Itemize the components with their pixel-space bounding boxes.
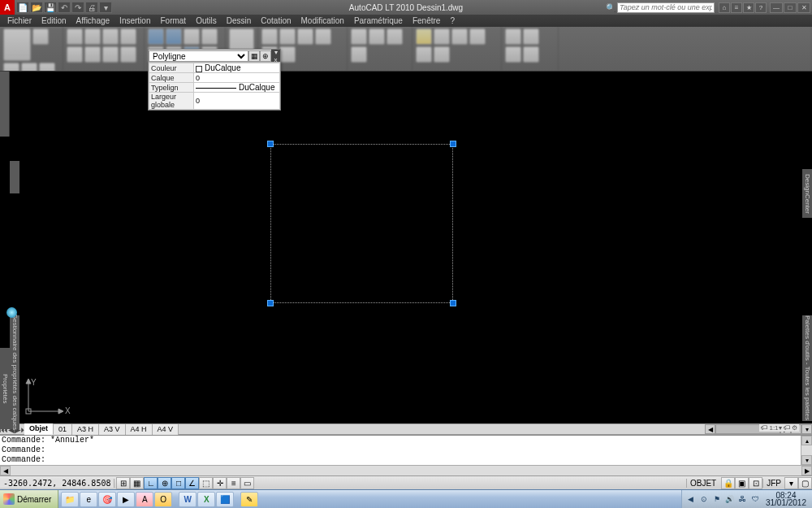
start-button[interactable]: Démarrer	[0, 490, 58, 508]
menu-fenetre[interactable]: Fenêtre	[408, 15, 445, 27]
qat-redo-icon[interactable]: ↷	[71, 2, 84, 13]
polar-toggle[interactable]: ⊕	[158, 477, 171, 489]
tab-a3v[interactable]: A3 V	[99, 424, 126, 435]
left-toolbar-strip[interactable]	[0, 72, 10, 137]
otrack-toggle[interactable]: ∠	[185, 477, 199, 489]
status-btn[interactable]: ⊡	[749, 477, 762, 489]
task-explorer-icon[interactable]: 📁	[61, 492, 79, 507]
task-word-icon[interactable]: W	[179, 492, 197, 507]
menu-affichage[interactable]: Affichage	[71, 15, 115, 27]
prop-value-couleur[interactable]: DuCalque	[194, 63, 280, 73]
qat-save-icon[interactable]: 💾	[44, 2, 57, 13]
qat-undo-icon[interactable]: ↶	[58, 2, 71, 13]
palette-close-icon[interactable]: ▾x	[271, 50, 280, 62]
maximize-button[interactable]: □	[784, 2, 797, 13]
comm-icon[interactable]: ≡	[731, 2, 742, 13]
task-excel-icon[interactable]: X	[197, 492, 215, 507]
app-logo[interactable]: A	[0, 0, 15, 15]
menu-modification[interactable]: Modification	[296, 15, 349, 27]
grip-handle[interactable]	[450, 300, 456, 306]
palette-proprietes[interactable]: Propriétés	[0, 348, 10, 429]
grid-toggle[interactable]: ▦	[130, 477, 144, 489]
menu-fichier[interactable]: Fichier	[2, 15, 37, 27]
tray-icon[interactable]: ⚑	[712, 494, 722, 504]
minimize-button[interactable]: —	[770, 2, 783, 13]
cmd-vscrollbar[interactable]: ▴▾	[801, 436, 812, 465]
prop-value-largeur[interactable]: 0	[194, 93, 280, 110]
palette-layers[interactable]: Gestionnaire des propriétés des calques	[10, 315, 19, 429]
cmd-hscrollbar[interactable]: ◀▶	[0, 465, 812, 475]
task-autocad-icon[interactable]: A	[136, 492, 153, 507]
menu-format[interactable]: Format	[155, 15, 191, 27]
space-label[interactable]: OBJET	[686, 479, 719, 488]
tray-icon[interactable]: ⊙	[699, 494, 709, 504]
osnap-toggle[interactable]: □	[171, 477, 185, 489]
status-lock-icon[interactable]: 🔒	[721, 477, 735, 489]
tab-a4v[interactable]: A4 V	[153, 424, 179, 435]
snap-toggle[interactable]: ⊞	[116, 477, 130, 489]
task-app-icon[interactable]: ▶	[117, 492, 135, 507]
hscroll-left-icon[interactable]: ◀	[705, 424, 715, 434]
dyn-toggle[interactable]: ✛	[213, 477, 227, 489]
tray-icon[interactable]: 🛡	[751, 494, 761, 504]
grip-handle[interactable]	[267, 141, 274, 147]
subscription-icon[interactable]: ⌂	[719, 2, 730, 13]
qat-print-icon[interactable]: 🖨	[85, 2, 98, 13]
favorites-icon[interactable]: ★	[743, 2, 754, 13]
selected-polyline[interactable]	[270, 144, 453, 303]
palette-designcenter[interactable]: DesignCenter	[802, 169, 812, 218]
menu-insertion[interactable]: Insertion	[114, 15, 155, 27]
ducs-toggle[interactable]: ⬚	[199, 477, 213, 489]
grip-handle[interactable]	[450, 141, 456, 147]
command-window[interactable]: 🏷 1:1▾ 🏷 ⚙ Commande: *Annuler* Commande:…	[0, 435, 812, 475]
qat-more-icon[interactable]: ▾	[99, 2, 112, 13]
menu-help[interactable]: ?	[445, 15, 460, 27]
command-input-line[interactable]: Commande:	[0, 455, 801, 465]
task-app-icon[interactable]: 🎯	[98, 492, 116, 507]
prop-value-typelign[interactable]: DuCalque	[194, 83, 280, 93]
search-input[interactable]	[617, 2, 715, 13]
quickselect-icon[interactable]: ▦	[248, 50, 260, 62]
task-outlook-icon[interactable]: O	[154, 492, 172, 507]
prop-value-calque[interactable]: 0	[194, 73, 280, 83]
menu-parametrique[interactable]: Paramétrique	[349, 15, 408, 27]
annotation-scale-tags[interactable]: 🏷 1:1▾ 🏷 ⚙	[759, 424, 799, 432]
qat-open-icon[interactable]: 📂	[30, 2, 43, 13]
task-notes-icon[interactable]: ✎	[240, 492, 258, 507]
menu-dessin[interactable]: Dessin	[222, 15, 257, 27]
tab-01[interactable]: 01	[54, 424, 72, 435]
status-btn[interactable]: ▣	[735, 477, 749, 489]
ortho-toggle[interactable]: ∟	[144, 477, 158, 489]
lwt-toggle[interactable]: ≡	[227, 477, 240, 489]
taskbar-clock[interactable]: 08:2431/01/2012	[764, 492, 808, 506]
palette-tools[interactable]: Palettes d'outils - Toutes les palettes	[802, 315, 812, 421]
properties-palette[interactable]: Polyligne ▦ ⊕ ▾x CouleurDuCalque Calque0…	[148, 49, 281, 111]
drawing-canvas[interactable]: Propriétés Gestionnaire des propriétés d…	[0, 72, 812, 423]
close-button[interactable]: ✕	[797, 2, 810, 13]
pickadd-icon[interactable]: ⊕	[260, 50, 271, 62]
menu-edition[interactable]: Edition	[37, 15, 71, 27]
task-app-icon[interactable]: 🟦	[216, 492, 234, 507]
cleanscreen-icon[interactable]: ▢	[798, 477, 812, 489]
menu-outils[interactable]: Outils	[191, 15, 222, 27]
qp-toggle[interactable]: ▭	[240, 477, 254, 489]
qat-new-icon[interactable]: 📄	[16, 2, 29, 13]
comm-center-icon[interactable]	[6, 307, 17, 318]
help-icon[interactable]: ?	[755, 2, 767, 13]
vscroll-down-icon[interactable]: ▾	[801, 424, 812, 434]
grip-handle[interactable]	[267, 300, 274, 306]
left-toolbar-strip-2[interactable]	[10, 161, 19, 193]
task-ie-icon[interactable]: e	[80, 492, 97, 507]
user-label: JFP	[762, 479, 784, 488]
tray-volume-icon[interactable]: 🔊	[725, 494, 735, 504]
tray-expand-icon[interactable]: ◀	[686, 494, 696, 504]
menu-cotation[interactable]: Cotation	[256, 15, 296, 27]
coordinates-display[interactable]: -3260.2472, 24846.8508	[0, 479, 114, 488]
tab-a4h[interactable]: A4 H	[126, 424, 153, 435]
object-type-select[interactable]: Polyligne	[149, 50, 248, 62]
status-menu-icon[interactable]: ▾	[784, 477, 798, 489]
tray-network-icon[interactable]: 🖧	[738, 494, 748, 504]
menubar: Fichier Edition Affichage Insertion Form…	[0, 15, 812, 27]
tab-objet[interactable]: Objet	[24, 423, 54, 435]
tab-a3h[interactable]: A3 H	[72, 424, 99, 435]
